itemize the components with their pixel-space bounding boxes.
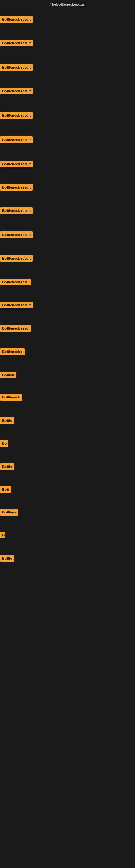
bottleneck-badge: Bottle xyxy=(0,463,14,470)
bottleneck-badge: Bottleneck result xyxy=(0,207,33,214)
bottleneck-badge: B xyxy=(0,532,5,538)
bottleneck-badge: Bottleneck result xyxy=(0,16,33,23)
bottleneck-item: Bottleneck result xyxy=(0,161,33,167)
bottleneck-item: Bottleneck result xyxy=(0,16,33,23)
bottleneck-badge: Bottleneck result xyxy=(0,112,33,119)
bottleneck-badge: Bottleneck result xyxy=(0,255,33,262)
bottleneck-badge: Bottleneck result xyxy=(0,40,33,46)
bottleneck-badge: Bottleneck xyxy=(0,394,22,401)
bottleneck-item: B xyxy=(0,532,5,538)
bottleneck-item: Bottleneck result xyxy=(0,64,33,71)
site-title: TheBottlenecker.com xyxy=(0,0,135,8)
bottleneck-badge: Bottle xyxy=(0,555,14,562)
bottleneck-item: Bottlens xyxy=(0,509,18,516)
bottleneck-item: Bottlen xyxy=(0,372,16,378)
bottleneck-item: Bottle xyxy=(0,555,14,562)
bottleneck-badge: Bottleneck result xyxy=(0,88,33,94)
bottleneck-item: Bottleneck result xyxy=(0,302,33,308)
bottleneck-item: Bott xyxy=(0,486,11,493)
bottleneck-item: Bottleneck resu xyxy=(0,279,31,285)
bottleneck-item: Bottleneck result xyxy=(0,184,33,191)
bottleneck-item: Bottleneck result xyxy=(0,231,33,238)
bottleneck-badge: Bottleneck result xyxy=(0,161,33,167)
bottleneck-badge: Bottlens xyxy=(0,509,18,516)
bottleneck-badge: Bo xyxy=(0,440,8,447)
bottleneck-badge: Bottleneck result xyxy=(0,302,33,308)
bottleneck-badge: Bottleneck r xyxy=(0,348,25,355)
bottleneck-item: Bottle xyxy=(0,463,14,470)
bottleneck-badge: Bottleneck result xyxy=(0,184,33,191)
bottleneck-item: Bottleneck result xyxy=(0,136,33,143)
bottleneck-badge: Bottleneck resu xyxy=(0,279,31,285)
bottleneck-item: Bottleneck xyxy=(0,394,22,401)
bottleneck-badge: Bott xyxy=(0,486,11,493)
bottleneck-badge: Bottleneck result xyxy=(0,231,33,238)
bottleneck-badge: Bottleneck result xyxy=(0,136,33,143)
bottleneck-item: Bottle xyxy=(0,417,14,424)
bottleneck-badge: Bottleneck result xyxy=(0,64,33,71)
bottleneck-item: Bottleneck r xyxy=(0,348,25,355)
bottleneck-item: Bottleneck result xyxy=(0,112,33,119)
bottleneck-badge: Bottlen xyxy=(0,372,16,378)
bottleneck-item: Bottleneck result xyxy=(0,255,33,262)
bottleneck-item: Bottleneck result xyxy=(0,88,33,94)
bottleneck-item: Bottleneck result xyxy=(0,40,33,46)
bottleneck-item: Bo xyxy=(0,440,8,447)
bottleneck-badge: Bottleneck resu xyxy=(0,325,31,332)
bottleneck-item: Bottleneck resu xyxy=(0,325,31,332)
bottleneck-badge: Bottle xyxy=(0,417,14,424)
bottleneck-item: Bottleneck result xyxy=(0,207,33,214)
